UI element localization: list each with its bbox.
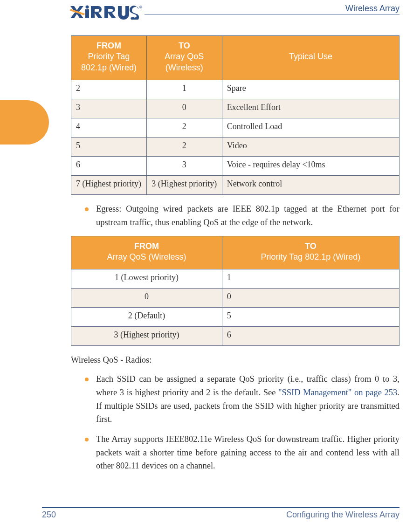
sublabel: Priority Tag 802.1p (Wired) xyxy=(261,252,361,262)
cell-to: 2 xyxy=(146,118,222,138)
table-row: 3 (Highest priority)6 xyxy=(71,327,399,346)
header-rule xyxy=(145,14,399,14)
content-area: FROM Priority Tag 802.1p (Wired) TO Arra… xyxy=(71,33,399,497)
text: The Array supports IEEE802.11e Wireless … xyxy=(96,434,399,470)
cell-to: 0 xyxy=(222,289,399,308)
table-row: 7 (Highest priority)3 (Highest priority)… xyxy=(71,176,399,195)
cell-to: 6 xyxy=(222,327,399,346)
cell-from: 0 xyxy=(71,289,222,308)
t1-body: 21Spare30Excellent Effort42Controlled Lo… xyxy=(71,80,399,195)
svg-point-1 xyxy=(86,6,89,9)
cell-to: 1 xyxy=(146,80,222,99)
cell-use: Video xyxy=(222,138,399,157)
qos-ingress-table: FROM Priority Tag 802.1p (Wired) TO Arra… xyxy=(71,35,399,195)
chapter-title: Configuring the Wireless Array xyxy=(286,510,399,520)
cell-use: Controlled Load xyxy=(222,118,399,138)
cell-from: 6 xyxy=(71,157,147,176)
cell-to: 3 xyxy=(146,157,222,176)
list-item: Each SSID can be assigned a separate QoS… xyxy=(96,372,399,426)
page-number: 250 xyxy=(42,510,56,520)
table-row: 52Video xyxy=(71,138,399,157)
t2-header-to: TO Priority Tag 802.1p (Wired) xyxy=(222,236,399,269)
label: TO xyxy=(226,241,395,252)
t1-header-use: Typical Use xyxy=(222,36,399,80)
bullets-radios: Each SSID can be assigned a separate QoS… xyxy=(71,372,399,473)
table-row: 63Voice - requires delay <10ms xyxy=(71,157,399,176)
t1-header-to: TO Array QoS (Wireless) xyxy=(146,36,222,80)
cell-use: Network control xyxy=(222,176,399,195)
sublabel: Array QoS (Wireless) xyxy=(165,52,204,72)
sublabel: Array QoS (Wireless) xyxy=(107,252,186,262)
page: R Wireless Array FROM Priority Tag 802.1… xyxy=(0,0,420,530)
cell-from: 1 (Lowest priority) xyxy=(71,269,222,289)
table-row: 30Excellent Effort xyxy=(71,99,399,118)
cell-use: Excellent Effort xyxy=(222,99,399,118)
footer-rule xyxy=(42,507,399,508)
cell-use: Voice - requires delay <10ms xyxy=(222,157,399,176)
cell-use: Spare xyxy=(222,80,399,99)
label: Typical Use xyxy=(289,52,332,61)
sublabel: Priority Tag 802.1p (Wired) xyxy=(81,52,137,72)
cell-from: 2 (Default) xyxy=(71,308,222,327)
cell-to: 3 (Highest priority) xyxy=(146,176,222,195)
table-row: 42Controlled Load xyxy=(71,118,399,138)
page-header: R Wireless Array xyxy=(0,0,420,36)
qos-egress-table: FROM Array QoS (Wireless) TO Priority Ta… xyxy=(71,236,399,346)
label: TO xyxy=(151,41,218,51)
table-row: 21Spare xyxy=(71,80,399,99)
t2-body: 1 (Lowest priority)1002 (Default)53 (Hig… xyxy=(71,269,399,346)
text: Egress: Outgoing wired packets are IEEE … xyxy=(96,204,399,227)
label: FROM xyxy=(75,41,143,51)
cell-from: 3 (Highest priority) xyxy=(71,327,222,346)
page-thumb-tab xyxy=(0,100,49,145)
cell-to: 5 xyxy=(222,308,399,327)
cell-from: 5 xyxy=(71,138,147,157)
t1-header-from: FROM Priority Tag 802.1p (Wired) xyxy=(71,36,147,80)
document-title: Wireless Array xyxy=(345,4,399,14)
cross-reference-link[interactable]: "SSID Management" on page 253 xyxy=(278,388,397,397)
list-item: The Array supports IEEE802.11e Wireless … xyxy=(96,433,399,473)
cell-from: 4 xyxy=(71,118,147,138)
label: FROM xyxy=(75,241,218,252)
list-item: Egress: Outgoing wired packets are IEEE … xyxy=(96,202,399,229)
cell-to: 1 xyxy=(222,269,399,289)
table-row: 00 xyxy=(71,289,399,308)
xirrus-logo: R xyxy=(70,5,142,20)
cell-from: 3 xyxy=(71,99,147,118)
cell-from: 7 (Highest priority) xyxy=(71,176,147,195)
section-heading: Wireless QoS - Radios: xyxy=(71,355,399,365)
page-footer: 250 Configuring the Wireless Array xyxy=(42,507,399,520)
bullets-egress: Egress: Outgoing wired packets are IEEE … xyxy=(71,202,399,229)
t2-header-from: FROM Array QoS (Wireless) xyxy=(71,236,222,269)
table-row: 1 (Lowest priority)1 xyxy=(71,269,399,289)
cell-to: 0 xyxy=(146,99,222,118)
cell-to: 2 xyxy=(146,138,222,157)
cell-from: 2 xyxy=(71,80,147,99)
svg-rect-2 xyxy=(85,9,89,18)
table-row: 2 (Default)5 xyxy=(71,308,399,327)
